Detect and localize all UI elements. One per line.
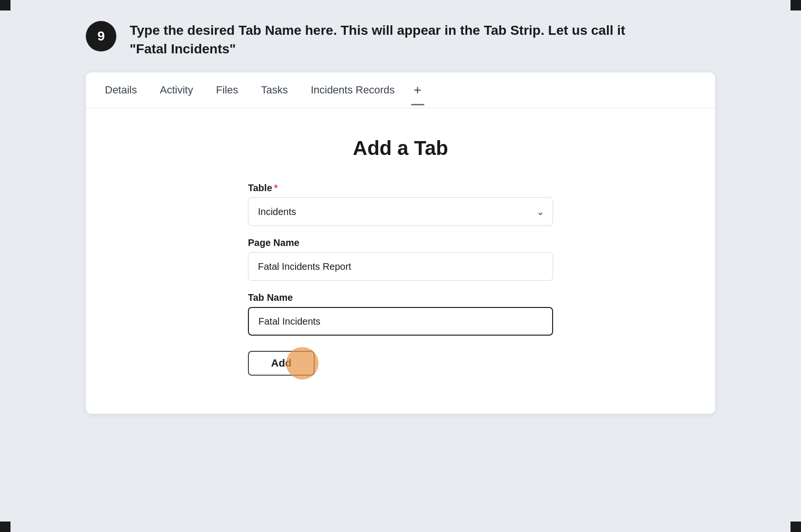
corner-decoration-bl [0, 522, 10, 532]
page-name-label: Page Name [248, 237, 553, 248]
table-label: Table* [248, 183, 553, 194]
step-header: 9 Type the desired Tab Name here. This w… [86, 19, 715, 58]
corner-decoration-br [791, 522, 801, 532]
tab-name-label: Tab Name [248, 292, 553, 303]
tab-add-button[interactable]: + [408, 81, 427, 100]
main-card: Details Activity Files Tasks Incidents R… [86, 72, 715, 414]
table-field-group: Table* Incidents ⌄ [248, 183, 553, 226]
form-inner: Table* Incidents ⌄ Page Name [248, 183, 553, 376]
tab-incidents-records[interactable]: Incidents Records [301, 72, 404, 108]
table-select[interactable]: Incidents [248, 197, 553, 226]
tab-name-input[interactable] [248, 307, 553, 336]
corner-decoration-tr [791, 0, 801, 10]
tab-name-field-group: Tab Name [248, 292, 553, 336]
tab-strip: Details Activity Files Tasks Incidents R… [86, 72, 715, 108]
page-container: 9 Type the desired Tab Name here. This w… [0, 0, 801, 532]
tab-activity[interactable]: Activity [150, 72, 203, 108]
page-name-field-group: Page Name [248, 237, 553, 281]
required-star: * [274, 183, 278, 193]
step-instruction: Type the desired Tab Name here. This wil… [130, 19, 625, 58]
tab-details[interactable]: Details [105, 72, 146, 108]
step-number: 9 [86, 21, 116, 51]
tab-files[interactable]: Files [206, 72, 247, 108]
table-select-wrapper: Incidents ⌄ [248, 197, 553, 226]
add-button-wrapper: Add [248, 351, 553, 376]
form-title: Add a Tab [353, 137, 448, 160]
form-content: Add a Tab Table* Incidents ⌄ [86, 108, 715, 414]
add-button[interactable]: Add [248, 351, 315, 376]
corner-decoration-tl [0, 0, 10, 10]
page-name-input[interactable] [248, 252, 553, 281]
tab-tasks[interactable]: Tasks [251, 72, 297, 108]
